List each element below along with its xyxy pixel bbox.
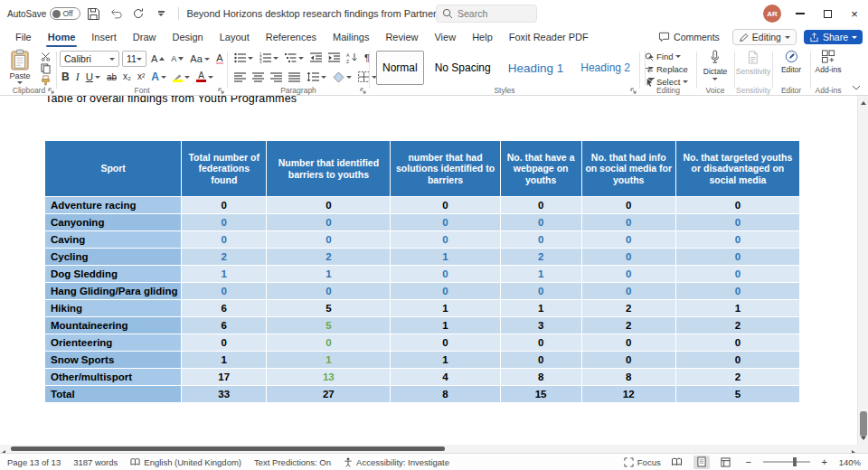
tab-help[interactable]: Help xyxy=(464,27,501,47)
search-input[interactable] xyxy=(458,8,523,19)
highlight-color-button[interactable] xyxy=(171,70,192,84)
shrink-font-button[interactable]: A xyxy=(169,52,185,66)
find-button[interactable]: Find xyxy=(645,52,681,61)
shading-button[interactable] xyxy=(331,70,354,84)
zoom-out-button[interactable]: − xyxy=(742,456,755,468)
comments-button[interactable]: Comments xyxy=(653,30,725,44)
value-cell: 5 xyxy=(267,317,391,334)
font-size-select[interactable]: 11 xyxy=(122,51,146,67)
strikethrough-button[interactable]: ab xyxy=(105,70,118,84)
subscript-button[interactable]: x₂ xyxy=(121,70,133,84)
styles-dialog-launcher[interactable] xyxy=(630,88,637,94)
autosave-toggle[interactable]: AutoSave Off xyxy=(7,7,80,20)
grow-font-button[interactable]: A xyxy=(149,52,166,66)
style-heading-1[interactable]: Heading 1 xyxy=(502,51,571,85)
maximize-button[interactable] xyxy=(814,0,841,27)
line-spacing-button[interactable] xyxy=(305,70,328,84)
findings-table[interactable]: SportTotal number of federations foundNu… xyxy=(44,140,800,403)
change-case-button[interactable]: Aa xyxy=(188,52,211,66)
align-center-button[interactable] xyxy=(250,70,266,84)
zoom-level[interactable]: 140% xyxy=(839,457,861,467)
style-no-spacing[interactable]: No Spacing xyxy=(429,51,497,85)
tab-review[interactable]: Review xyxy=(377,27,426,47)
editor-button[interactable]: Editor xyxy=(781,50,801,74)
underline-button[interactable]: U xyxy=(84,70,102,84)
editing-mode-button[interactable]: Editing xyxy=(732,29,797,45)
quick-access-customize-button[interactable] xyxy=(151,3,171,24)
chevron-down-icon xyxy=(184,76,190,79)
page-indicator[interactable]: Page 13 of 13 xyxy=(7,457,61,467)
zoom-in-button[interactable]: + xyxy=(818,456,831,468)
word-count[interactable]: 3187 words xyxy=(73,457,118,467)
tab-design[interactable]: Design xyxy=(164,27,211,47)
font-dialog-launcher[interactable] xyxy=(218,88,224,94)
numbering-button[interactable]: 123 xyxy=(258,51,280,65)
text-predictions-indicator[interactable]: Text Predictions: On xyxy=(254,457,331,467)
zoom-slider-thumb[interactable] xyxy=(793,457,797,466)
collapse-ribbon-button[interactable] xyxy=(852,85,861,90)
language-indicator[interactable]: English (United Kingdom) xyxy=(130,457,241,467)
multilevel-list-button[interactable] xyxy=(283,51,306,65)
focus-button[interactable]: Focus xyxy=(624,457,661,467)
tab-insert[interactable]: Insert xyxy=(83,27,125,47)
scroll-down-button[interactable] xyxy=(858,432,868,444)
style-normal[interactable]: Normal xyxy=(376,51,424,85)
value-cell: 1 xyxy=(391,317,500,334)
cut-button[interactable] xyxy=(38,51,52,62)
align-right-button[interactable] xyxy=(269,70,284,84)
bullets-button[interactable] xyxy=(232,51,255,65)
bold-button[interactable]: B xyxy=(60,70,71,84)
web-layout-button[interactable] xyxy=(718,456,734,469)
increase-indent-button[interactable] xyxy=(326,51,342,65)
sensitivity-button: Sensitivity xyxy=(736,50,770,76)
share-button[interactable]: Share xyxy=(804,30,863,44)
read-mode-button[interactable] xyxy=(669,456,685,469)
save-button[interactable] xyxy=(83,3,103,24)
paste-button[interactable]: Paste xyxy=(5,49,34,84)
tab-foxit-reader-pdf[interactable]: Foxit Reader PDF xyxy=(501,27,597,47)
tab-draw[interactable]: Draw xyxy=(125,27,165,47)
justify-button[interactable] xyxy=(287,70,302,84)
tab-home[interactable]: Home xyxy=(40,27,84,47)
clear-formatting-button[interactable]: A xyxy=(214,52,225,66)
clipboard-dialog-launcher[interactable] xyxy=(48,88,54,94)
autosave-switch[interactable]: Off xyxy=(50,7,80,20)
tab-file[interactable]: File xyxy=(7,27,40,47)
addins-button[interactable]: Add-ins xyxy=(816,50,842,74)
tab-layout[interactable]: Layout xyxy=(212,27,258,47)
horizontal-scrollbar[interactable] xyxy=(0,445,857,453)
dictate-button[interactable]: Dictate xyxy=(703,50,727,80)
tab-view[interactable]: View xyxy=(426,27,464,47)
avatar[interactable]: AR xyxy=(763,5,781,23)
font-name-select[interactable]: Calibri xyxy=(60,51,119,67)
replace-button[interactable]: Replace xyxy=(645,64,688,74)
minimize-button[interactable] xyxy=(787,0,814,27)
close-button[interactable]: × xyxy=(841,0,868,27)
value-cell: 2 xyxy=(500,249,581,266)
voice-group: Dictate Voice xyxy=(698,47,732,96)
copy-button[interactable] xyxy=(38,62,52,74)
search-box[interactable] xyxy=(436,5,537,23)
zoom-slider[interactable] xyxy=(763,461,810,463)
tab-mailings[interactable]: Mailings xyxy=(325,27,377,47)
paragraph-dialog-launcher[interactable] xyxy=(360,88,366,94)
horizontal-scroll-thumb[interactable] xyxy=(11,446,445,451)
italic-button[interactable]: I xyxy=(74,70,81,84)
print-layout-button[interactable] xyxy=(693,456,710,469)
redo-button[interactable] xyxy=(128,3,148,24)
sort-button[interactable]: AZ xyxy=(344,51,360,65)
style-heading-2[interactable]: Heading 2 xyxy=(574,51,637,85)
format-painter-button[interactable] xyxy=(38,74,52,86)
accessibility-checker[interactable]: Accessibility: Investigate xyxy=(344,457,449,467)
superscript-button[interactable]: x² xyxy=(136,70,146,84)
editor-group: Editor Editor xyxy=(774,47,808,96)
font-color-button[interactable]: A xyxy=(194,70,215,84)
vertical-scrollbar[interactable] xyxy=(857,96,868,445)
scroll-up-button[interactable] xyxy=(858,97,868,108)
tab-references[interactable]: References xyxy=(258,27,325,47)
document-canvas[interactable]: Table of overall findings from Youth Pro… xyxy=(0,96,857,445)
undo-button[interactable] xyxy=(106,3,126,24)
decrease-indent-button[interactable] xyxy=(308,51,324,65)
align-left-button[interactable] xyxy=(232,70,248,84)
text-effects-button[interactable]: A xyxy=(149,70,168,84)
